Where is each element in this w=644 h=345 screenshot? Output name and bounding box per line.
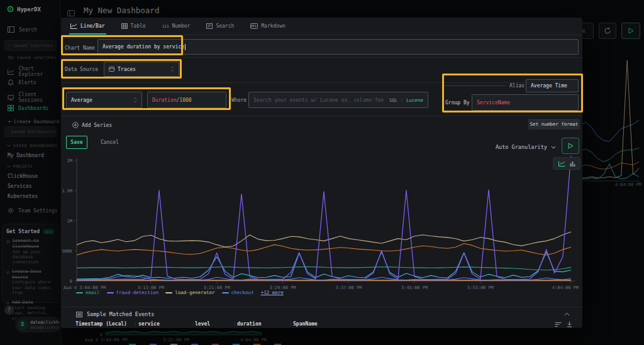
cancel-button[interactable]: Cancel (101, 136, 119, 149)
granularity-value: Auto Granularity (496, 144, 547, 150)
sidebar-item-client-sessions[interactable]: Client Sessions (8, 92, 60, 103)
chart-name-value: Average duration by service (103, 44, 184, 50)
svg-text:Aug 4 3:04:00 PM: Aug 4 3:04:00 PM (85, 337, 127, 342)
bar-view-icon[interactable] (570, 161, 575, 167)
search-placeholder: Search your events w/ Lucene ex. column:… (253, 97, 386, 103)
database-icon (109, 67, 114, 72)
user-team: dale@clickhouse.com's (30, 325, 59, 329)
screen: HyperDX Search Saved Searches No saved s… (0, 0, 644, 345)
aggregation-select[interactable]: Average (66, 92, 142, 108)
sidebar-item-alerts[interactable]: Alerts (8, 79, 36, 85)
create-dashboard-link[interactable]: + Create Dashboard (8, 119, 59, 124)
brand[interactable]: HyperDX (7, 6, 41, 13)
tab-label: Number (172, 23, 190, 29)
user-menu[interactable]: D dale@clickhouse.c dale@clickhouse.com'… (15, 317, 62, 332)
get-started-step[interactable]: Create Data Source Configure where your … (6, 269, 55, 296)
no-saved-searches-text: No saved searches (8, 55, 57, 60)
user-email: dale@clickhouse.c (30, 320, 59, 325)
tab-number[interactable]: 123 Number (162, 18, 191, 35)
svg-text:2M: 2M (67, 158, 72, 163)
column-separator: ⋮ (232, 321, 237, 327)
alias-label: Alias (509, 82, 525, 90)
divider (61, 82, 582, 83)
collapse-chevron-icon[interactable] (564, 312, 570, 316)
sidebar-item-my-dashboard[interactable]: My Dashboard (8, 153, 44, 158)
sidebar-item-search[interactable]: Search (8, 26, 37, 33)
sidebar-item-label: Chart Explorer (19, 66, 60, 77)
svg-text:1M: 1M (67, 219, 72, 224)
legend-more-link[interactable]: +12 more (261, 290, 284, 295)
save-button[interactable]: Save (66, 136, 87, 149)
chart-name-input[interactable]: Average duration by service (97, 39, 579, 55)
legend-item-checkout[interactable]: checkout (222, 290, 254, 295)
chart-line-icon (8, 69, 14, 75)
alias-input[interactable]: Average Time (526, 79, 579, 92)
where-search-input[interactable]: Search your events w/ Lucene ex. column:… (248, 92, 428, 108)
line-view-icon[interactable] (558, 161, 565, 167)
sidebar-item-dashboards[interactable]: Dashboards (8, 105, 48, 111)
add-series-label: Add Series (82, 123, 112, 128)
sample-events-title: Sample Matched Events (87, 311, 154, 317)
add-series-button[interactable]: Add Series (72, 119, 112, 131)
sidebar-item-chart-explorer[interactable]: Chart Explorer (8, 66, 60, 77)
step-desc: Set up your database connection (13, 249, 55, 265)
legend-item-load-generator[interactable]: load-generator (165, 290, 214, 295)
sample-events-header[interactable]: Sample Matched Events (61, 308, 582, 320)
get-started-step[interactable]: Connect to ClickHouse Set up your databa… (6, 238, 55, 265)
saved-searches-input[interactable]: Saved Searches (4, 40, 57, 51)
legend-label: fraud-detection (116, 290, 159, 295)
presets-section[interactable]: PRESETS (7, 164, 33, 169)
tab-search[interactable]: Search (206, 18, 234, 35)
tab-markdown[interactable]: Markdown (250, 18, 286, 35)
tab-line-bar[interactable]: Line/Bar (70, 18, 105, 35)
sql-option[interactable]: SQL (389, 97, 398, 103)
gear-icon (8, 207, 14, 214)
sidebar-item-label: Client Sessions (18, 92, 60, 103)
svg-text:Aug 4 3:04:00 PM: Aug 4 3:04:00 PM (64, 285, 106, 289)
sidebar-item-team-settings[interactable]: Team Settings (8, 207, 58, 214)
data-source-select[interactable]: Traces (104, 62, 179, 77)
field-token: Duration (152, 97, 177, 103)
granularity-select[interactable]: Auto Granularity (496, 141, 556, 153)
language-toggle[interactable]: SQL | Lucene (389, 97, 423, 103)
legend-item-fraud-detection[interactable]: fraud-detection (107, 290, 159, 295)
sidebar-item-services[interactable]: Services (8, 183, 32, 189)
sidebar-item-kubernetes[interactable]: Kubernetes (8, 194, 38, 199)
column-header-timestamp[interactable]: Timestamp (Local) (75, 321, 127, 327)
column-header-level[interactable]: level (195, 321, 210, 327)
column-settings-icon[interactable] (555, 322, 562, 327)
column-header-duration[interactable]: duration (237, 321, 262, 327)
select-chevrons-icon (170, 66, 174, 72)
tab-table[interactable]: Table (121, 18, 146, 35)
chevron-down-icon (551, 146, 556, 149)
data-source-label: Data Source (65, 62, 98, 77)
column-header-service[interactable]: service (138, 321, 160, 327)
line-chart-icon (70, 23, 77, 29)
bg-series-green (580, 148, 639, 162)
saved-dashboards-input[interactable]: Saved Dashboards (4, 126, 57, 137)
set-number-format-label: Set number format (530, 121, 579, 127)
group-by-input[interactable]: ServiceName (472, 94, 579, 111)
duration-by-service-line-chart[interactable]: 2M1.5M1M500K0Aug 4 3:04:00 PM3:13:00 PM3… (61, 156, 582, 289)
set-number-format-button[interactable]: Set number format (528, 119, 580, 129)
chart-display-toggle (553, 157, 580, 170)
chart-legend: email fraud-detection load-generator che… (76, 290, 284, 295)
grid-icon (8, 105, 14, 111)
123-icon: 123 (162, 24, 169, 28)
field-expression-input[interactable]: Duration/1000 (147, 92, 226, 108)
download-icon[interactable] (567, 321, 572, 327)
saved-dashboards-section[interactable]: SAVED DASHBOARDS (7, 143, 58, 148)
lucene-option[interactable]: Lucene (406, 97, 423, 103)
column-header-spanname[interactable]: SpanName (293, 321, 318, 327)
help-button[interactable]: ? (4, 305, 14, 315)
legend-item-email[interactable]: email (76, 290, 100, 295)
legend-label: load-generator (175, 290, 214, 295)
legend-dash (107, 292, 114, 293)
svg-text:3:31:00 PM: 3:31:00 PM (163, 337, 189, 342)
divider (61, 116, 582, 116)
check-circle-icon (6, 238, 10, 245)
sidebar-item-clickhouse[interactable]: ClickHouse (8, 173, 38, 179)
run-chart-button[interactable] (562, 138, 579, 154)
chevron-down-icon (7, 165, 11, 168)
text-cursor (185, 44, 186, 50)
